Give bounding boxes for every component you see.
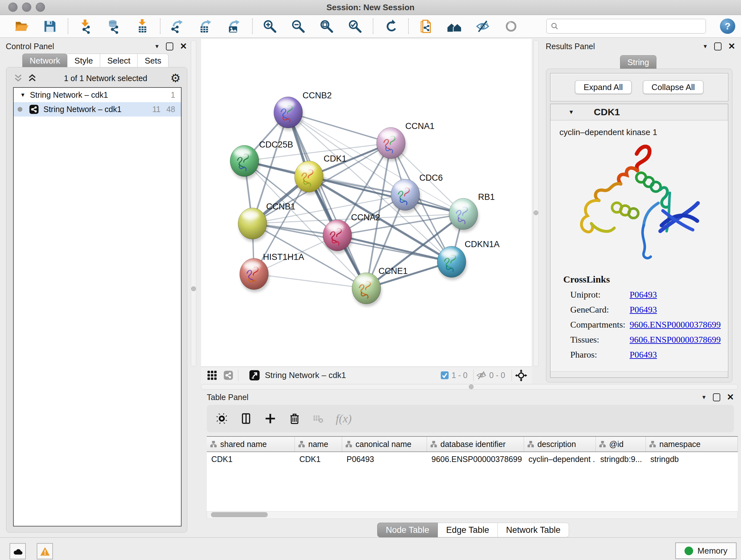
edge-CCNB2-CCNE1[interactable] xyxy=(288,112,366,288)
export-network-icon[interactable] xyxy=(170,19,185,34)
export-table-icon[interactable] xyxy=(199,19,213,34)
hide-selected-icon[interactable] xyxy=(475,19,490,34)
network-row[interactable]: String Network – cdk1 11 48 xyxy=(14,102,181,117)
show-view-icon[interactable] xyxy=(503,19,519,34)
control-panel-float-icon[interactable] xyxy=(166,43,173,51)
left-splitter[interactable] xyxy=(191,40,196,367)
network-canvas[interactable]: CCNB2CCNA1CDC25BCDK1CDC6RB1CCNB1CCNA2CDK… xyxy=(201,39,532,367)
network-graph[interactable]: CCNB2CCNA1CDC25BCDK1CDC6RB1CCNB1CCNA2CDK… xyxy=(201,39,532,367)
refresh-icon[interactable] xyxy=(383,19,398,34)
crosslink-link[interactable]: P06493 xyxy=(630,350,657,360)
expand-all-networks-icon[interactable] xyxy=(27,73,38,83)
node-CCNB2[interactable]: CCNB2 xyxy=(274,91,332,131)
edge-CCNB2-CCNA1[interactable] xyxy=(288,112,391,143)
table-panel-close-icon[interactable]: ✕ xyxy=(727,393,734,401)
share-document-icon[interactable] xyxy=(418,19,433,34)
scrollbar-thumb[interactable] xyxy=(211,512,268,517)
results-scroll-area[interactable] xyxy=(550,371,728,377)
bottom-splitter-handle[interactable] xyxy=(469,384,474,389)
collapse-all-button[interactable]: Collapse All xyxy=(643,80,704,94)
table-options-gear-icon[interactable] xyxy=(216,413,228,425)
table-panel-float-icon[interactable] xyxy=(713,393,720,401)
detach-view-icon[interactable] xyxy=(249,369,260,381)
crosslink-link[interactable]: 9606.ENSP00000378699 xyxy=(630,320,721,330)
node-RB1[interactable]: RB1 xyxy=(449,192,495,232)
cdk1-section-header[interactable]: ▼ CDK1 xyxy=(550,104,728,120)
zoom-out-icon[interactable] xyxy=(291,19,306,34)
node-CDC25B[interactable]: CDC25B xyxy=(230,140,293,179)
column-header-namespace[interactable]: namespace xyxy=(646,437,738,451)
collection-expander-icon[interactable]: ▼ xyxy=(20,92,25,98)
selected-checkbox-icon[interactable] xyxy=(441,371,449,380)
left-splitter-handle[interactable] xyxy=(191,287,196,291)
column-header-@id[interactable]: @id xyxy=(596,437,646,451)
crosslink-label: Tissues: xyxy=(570,334,630,345)
network-collection-row[interactable]: ▼ String Network – cdk1 1 xyxy=(14,88,181,102)
control-panel-menu-icon[interactable]: ▼ xyxy=(154,44,160,49)
table-horizontal-scrollbar[interactable] xyxy=(207,511,738,519)
cdk1-expander-icon[interactable]: ▼ xyxy=(568,109,574,116)
control-panel-title: Control Panel xyxy=(6,42,54,51)
right-splitter-handle[interactable] xyxy=(534,210,538,215)
results-panel-close-icon[interactable]: ✕ xyxy=(728,42,735,51)
import-database-icon[interactable] xyxy=(106,19,121,34)
tab-network[interactable]: Network xyxy=(22,54,67,68)
tab-network-table[interactable]: Network Table xyxy=(498,523,569,537)
node-CCNE1[interactable]: CCNE1 xyxy=(352,266,408,307)
results-panel-menu-icon[interactable]: ▼ xyxy=(703,44,708,49)
search-input[interactable] xyxy=(561,21,705,31)
delete-column-icon[interactable] xyxy=(288,413,300,425)
memory-button[interactable]: Memory xyxy=(675,543,737,559)
node-CDKN1A[interactable]: CDKN1A xyxy=(437,240,500,280)
open-session-icon[interactable] xyxy=(14,19,29,34)
export-image-icon[interactable] xyxy=(227,19,242,34)
crosslink-link[interactable]: P06493 xyxy=(630,290,657,300)
control-panel-close-icon[interactable]: ✕ xyxy=(180,42,187,51)
home-icon[interactable] xyxy=(447,19,462,34)
birdseye-grid-icon[interactable] xyxy=(207,370,217,381)
fit-selected-crosshair-icon[interactable] xyxy=(515,369,527,381)
column-header-database-identifier[interactable]: database identifier xyxy=(427,437,524,451)
column-header-name[interactable]: name xyxy=(295,437,342,451)
save-session-icon[interactable] xyxy=(43,19,57,34)
show-columns-icon[interactable] xyxy=(240,413,252,425)
search-field[interactable] xyxy=(546,19,706,34)
string-app-icon[interactable] xyxy=(223,370,233,381)
column-header-description[interactable]: description xyxy=(524,437,596,451)
warning-button[interactable] xyxy=(37,543,53,559)
cloud-button[interactable] xyxy=(10,543,26,559)
node-CCNA1[interactable]: CCNA1 xyxy=(377,121,434,161)
crosslink-link[interactable]: P06493 xyxy=(630,305,657,315)
node-HIST1H1A[interactable]: HIST1H1A xyxy=(240,252,304,292)
tab-style[interactable]: Style xyxy=(67,54,100,68)
help-button[interactable]: ? xyxy=(720,18,735,34)
function-builder-icon[interactable]: f(x) xyxy=(336,413,352,425)
results-panel-float-icon[interactable] xyxy=(714,43,722,51)
add-column-icon[interactable] xyxy=(264,413,276,425)
import-table-icon[interactable] xyxy=(135,19,150,34)
edge-CCNA2-CDKN1A[interactable] xyxy=(337,235,452,262)
expand-all-button[interactable]: Expand All xyxy=(575,80,631,94)
tab-node-table[interactable]: Node Table xyxy=(377,523,438,537)
edge-HIST1H1A-CCNE1[interactable] xyxy=(254,274,366,288)
delete-table-icon[interactable] xyxy=(313,413,324,425)
import-network-icon[interactable] xyxy=(78,19,93,34)
right-splitter[interactable] xyxy=(533,40,539,367)
tab-sets[interactable]: Sets xyxy=(138,54,169,68)
table-row[interactable]: CDK1CDK1P064939606.ENSP00000378699cyclin… xyxy=(207,452,738,466)
tab-string[interactable]: String xyxy=(620,55,657,70)
collapse-all-networks-icon[interactable] xyxy=(13,73,23,83)
table-panel-menu-icon[interactable]: ▼ xyxy=(701,395,707,400)
node-table[interactable]: shared namenamecanonical namedatabase id… xyxy=(207,436,738,512)
column-header-canonical-name[interactable]: canonical name xyxy=(342,437,427,451)
zoom-fit-icon[interactable] xyxy=(319,19,334,34)
crosslinks-title: CrossLinks xyxy=(563,274,721,285)
network-options-gear-icon[interactable]: ⚙ xyxy=(171,72,181,84)
tab-select[interactable]: Select xyxy=(100,54,138,68)
hidden-eye-icon[interactable] xyxy=(476,370,487,381)
zoom-selected-icon[interactable] xyxy=(347,19,362,34)
tab-edge-table[interactable]: Edge Table xyxy=(438,523,498,537)
column-header-shared-name[interactable]: shared name xyxy=(207,437,295,451)
crosslink-link[interactable]: 9606.ENSP00000378699 xyxy=(630,334,721,345)
zoom-in-icon[interactable] xyxy=(262,19,277,34)
